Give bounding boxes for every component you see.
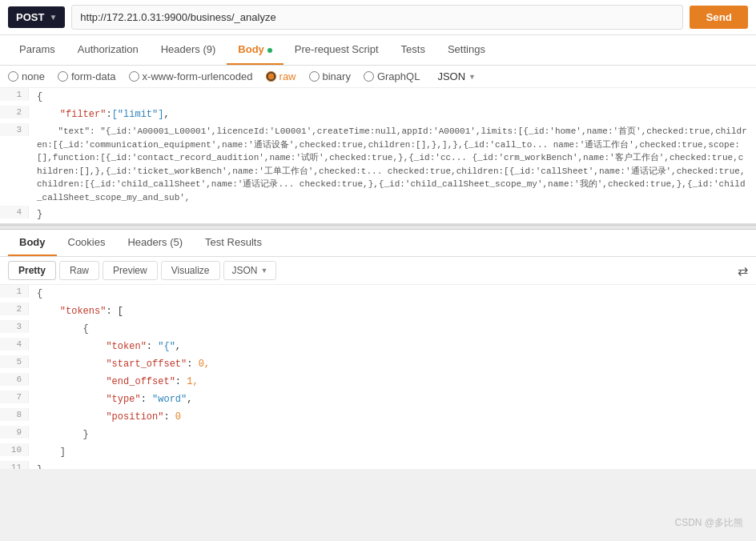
body-type-label-x-www: x-www-form-urlencoded <box>143 70 253 82</box>
response-code-line: 11} <box>0 461 756 469</box>
response-line-content: "start_offset": 0, <box>29 355 756 373</box>
response-sub-row: PrettyRawPreviewVisualizeJSON ▼⇄ <box>0 257 756 285</box>
response-line-content: { <box>29 285 756 303</box>
body-type-label-graphql: GraphQL <box>377 70 420 82</box>
response-line-content: "token": "{", <box>29 338 756 355</box>
tab-settings[interactable]: Settings <box>436 35 497 65</box>
line-number: 3 <box>0 123 29 136</box>
response-json-dropdown[interactable]: JSON ▼ <box>223 261 277 280</box>
method-chevron-icon: ▼ <box>49 13 57 22</box>
response-section: BodyCookiesHeaders (5)Test Results Prett… <box>0 230 756 469</box>
body-type-label-binary: binary <box>323 70 351 82</box>
tab-tests[interactable]: Tests <box>390 35 436 65</box>
tab-pre-request[interactable]: Pre-request Script <box>284 35 390 65</box>
response-line-content: } <box>29 461 756 469</box>
response-code-line: 5 "start_offset": 0, <box>0 355 756 373</box>
response-json-chevron-icon: ▼ <box>261 266 268 275</box>
response-sub-tab-visualize[interactable]: Visualize <box>161 261 220 280</box>
response-line-number: 3 <box>0 320 29 333</box>
line-content: } <box>29 206 756 223</box>
response-sub-tab-raw[interactable]: Raw <box>59 261 99 280</box>
body-type-none[interactable]: none <box>8 70 45 82</box>
method-label: POST <box>16 11 44 23</box>
response-line-content: ] <box>29 443 756 461</box>
body-type-x-www[interactable]: x-www-form-urlencoded <box>129 70 253 82</box>
tab-body[interactable]: Body <box>227 35 284 65</box>
response-line-content: "position": 0 <box>29 408 756 426</box>
wrap-icon[interactable]: ⇄ <box>738 263 748 279</box>
response-code-area: 1{2 "tokens": [3 {4 "token": "{",5 "star… <box>0 285 756 469</box>
response-code-line: 2 "tokens": [ <box>0 303 756 320</box>
response-line-number: 4 <box>0 338 29 351</box>
response-tab-test-results[interactable]: Test Results <box>194 230 273 256</box>
response-code-line: 10 ] <box>0 443 756 461</box>
response-line-number: 10 <box>0 443 29 456</box>
response-line-number: 6 <box>0 373 29 386</box>
response-tab-nav: BodyCookiesHeaders (5)Test Results <box>0 230 756 257</box>
response-tab-headers[interactable]: Headers (5) <box>116 230 194 256</box>
response-code-line: 1{ <box>0 285 756 303</box>
response-code-line: 9 } <box>0 426 756 443</box>
body-type-radio-none[interactable] <box>8 71 18 82</box>
line-number: 4 <box>0 206 29 218</box>
line-number: 1 <box>0 88 29 101</box>
response-line-number: 9 <box>0 426 29 439</box>
response-line-content: "type": "word", <box>29 391 756 408</box>
body-type-form-data[interactable]: form-data <box>58 70 116 82</box>
body-type-radio-form-data[interactable] <box>58 71 68 82</box>
request-code-area: 1{2 "filter":["limit"],3 "text": "{_id:'… <box>0 88 756 225</box>
response-sub-tab-pretty[interactable]: Pretty <box>8 261 56 280</box>
line-content: "text": "{_id:'A00001_L00001',licenceId:… <box>29 123 756 206</box>
body-type-radio-binary[interactable] <box>309 71 320 82</box>
tab-headers[interactable]: Headers (9) <box>150 35 227 65</box>
url-input[interactable] <box>71 5 683 30</box>
response-line-number: 11 <box>0 461 29 469</box>
json-format-chevron-icon: ▼ <box>468 73 476 81</box>
response-line-content: } <box>29 426 756 443</box>
body-type-graphql[interactable]: GraphQL <box>364 70 420 82</box>
body-type-label-raw: raw <box>279 70 296 82</box>
body-type-radio-graphql[interactable] <box>364 71 374 82</box>
response-line-number: 8 <box>0 408 29 421</box>
body-type-radio-x-www[interactable] <box>129 71 139 82</box>
response-line-number: 7 <box>0 391 29 403</box>
tab-authorization[interactable]: Authorization <box>66 35 150 65</box>
line-number: 2 <box>0 106 29 118</box>
tab-params[interactable]: Params <box>8 35 66 65</box>
response-code-line: 4 "token": "{", <box>0 338 756 355</box>
request-tab-nav: ParamsAuthorizationHeaders (9)BodyPre-re… <box>0 35 756 66</box>
body-type-label-form-data: form-data <box>71 70 116 82</box>
response-json-label: JSON <box>232 265 258 276</box>
response-code-line: 7 "type": "word", <box>0 391 756 408</box>
tab-body-dot <box>267 48 272 53</box>
top-bar: POST ▼ Send <box>0 0 756 35</box>
response-line-content: { <box>29 320 756 338</box>
line-content: "filter":["limit"], <box>29 106 756 123</box>
response-line-number: 2 <box>0 303 29 315</box>
response-tab-cookies[interactable]: Cookies <box>57 230 117 256</box>
body-type-label-none: none <box>22 70 45 82</box>
response-tab-body[interactable]: Body <box>8 230 57 256</box>
response-code-line: 8 "position": 0 <box>0 408 756 426</box>
body-type-radio-raw[interactable] <box>266 71 276 82</box>
request-code-line: 2 "filter":["limit"], <box>0 106 756 123</box>
response-code-line: 3 { <box>0 320 756 338</box>
request-code-line: 1{ <box>0 88 756 106</box>
response-line-content: "end_offset": 1, <box>29 373 756 391</box>
body-type-row: noneform-datax-www-form-urlencodedrawbin… <box>0 66 756 88</box>
line-content: { <box>29 88 756 106</box>
json-format-dropdown[interactable]: JSON▼ <box>437 70 476 82</box>
response-line-content: "tokens": [ <box>29 303 756 320</box>
json-format-label: JSON <box>437 70 465 82</box>
request-code-line: 4} <box>0 206 756 223</box>
body-type-binary[interactable]: binary <box>309 70 351 82</box>
response-sub-tab-preview[interactable]: Preview <box>103 261 158 280</box>
send-button[interactable]: Send <box>690 6 748 29</box>
response-line-number: 1 <box>0 285 29 298</box>
method-select[interactable]: POST ▼ <box>8 6 65 28</box>
body-type-raw[interactable]: raw <box>266 70 296 82</box>
response-line-number: 5 <box>0 355 29 368</box>
request-code-line: 3 "text": "{_id:'A00001_L00001',licenceI… <box>0 123 756 206</box>
response-code-line: 6 "end_offset": 1, <box>0 373 756 391</box>
